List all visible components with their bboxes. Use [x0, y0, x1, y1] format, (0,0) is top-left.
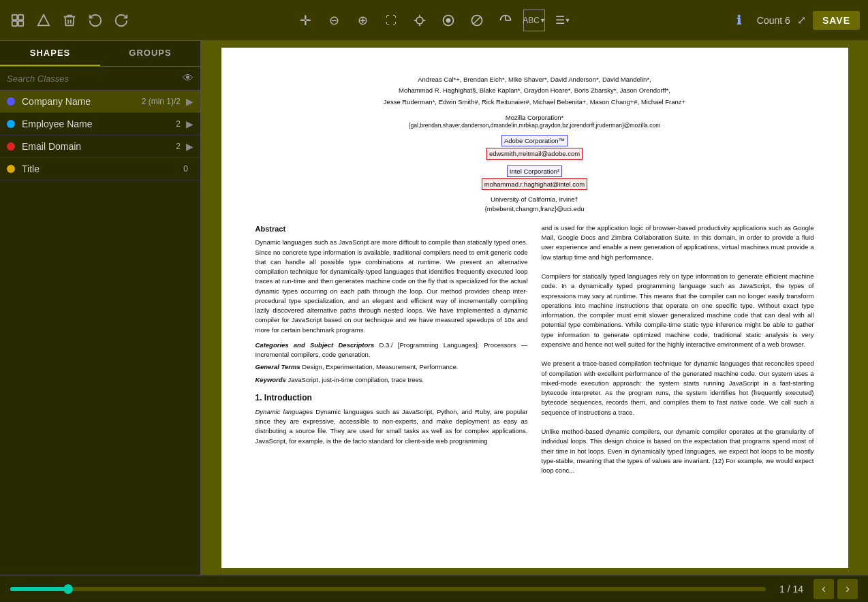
- right-col-text: and is used for the application logic of…: [542, 223, 814, 476]
- tab-shapes[interactable]: SHAPES: [0, 41, 100, 66]
- employee-name-count: 2: [176, 119, 181, 129]
- general-terms-label: General Terms: [255, 363, 300, 370]
- categories-line: Categories and Subject Descriptors D.3./…: [255, 340, 528, 360]
- undo-tool-icon[interactable]: [86, 11, 105, 30]
- prev-page-button[interactable]: ‹: [813, 579, 834, 599]
- intro-heading: 1. Introduction: [255, 392, 528, 404]
- company-name-annotation-adobe: Adobe Corporation™: [501, 135, 568, 146]
- intro-italic-start: Dynamic languages: [255, 408, 313, 415]
- select-tool-icon[interactable]: [8, 11, 27, 30]
- right-col: and is used for the application logic of…: [542, 223, 814, 476]
- authors-line3: Jesse Ruderman*, Edwin Smith#, Rick Reit…: [255, 97, 814, 106]
- delete-tool-icon[interactable]: [60, 11, 79, 30]
- svg-marker-4: [38, 14, 50, 25]
- svg-rect-1: [18, 14, 23, 19]
- tab-groups[interactable]: GROUPS: [100, 41, 200, 66]
- keywords-value: JavaScript, just-in-time compilation, tr…: [288, 376, 424, 383]
- employee-name-dot: [7, 120, 15, 128]
- company-name-arrow[interactable]: ▶: [186, 96, 193, 107]
- zoom-in-tool[interactable]: ⊕: [352, 10, 373, 31]
- authors-block: Andreas Cal*+, Brendan Eich*, Mike Shave…: [255, 75, 814, 106]
- keywords-label: Keywords: [255, 376, 286, 383]
- menu-tool[interactable]: ☰▼: [552, 10, 574, 31]
- svg-line-13: [474, 17, 480, 24]
- general-terms-value: Design, Experimentation, Measurement, Pe…: [302, 363, 458, 370]
- affil-mozilla: Mozilla Corporation* {gal,brendan,shaver…: [255, 113, 814, 130]
- svg-point-11: [447, 18, 450, 22]
- title-count: 0: [183, 164, 188, 174]
- affil-uci-email: {mbebenit,changm,franz}@uci.edu: [255, 204, 814, 213]
- shape-tool-icon[interactable]: [34, 11, 53, 30]
- toolbar-right: ℹ Count 6 ⤢ SAVE: [728, 10, 860, 31]
- adobe-company-name: Adobe Corporation™: [504, 137, 565, 144]
- title-dot: [7, 165, 15, 173]
- svg-rect-0: [12, 14, 17, 19]
- document-viewer[interactable]: Andreas Cal*+, Brendan Eich*, Mike Shave…: [201, 41, 868, 575]
- company-name-count: 2 (min 1)/2: [142, 97, 181, 106]
- count-badge: Count 6: [757, 15, 790, 26]
- class-item-email-domain[interactable]: Email Domain 2 ▶: [0, 136, 200, 158]
- authors-line2: Mohammad R. Haghighat§, Blake Kaplan*, G…: [255, 86, 814, 95]
- abstract-text: Dynamic languages such as JavaScript are…: [255, 238, 528, 335]
- class-item-company-name[interactable]: Company Name 2 (min 1)/2 ▶: [0, 91, 200, 113]
- expand-icon[interactable]: ⤢: [797, 14, 806, 27]
- search-classes-input[interactable]: [7, 74, 183, 84]
- intro-text: Dynamic languages Dynamic languages such…: [255, 407, 528, 446]
- email-domain-arrow[interactable]: ▶: [186, 141, 193, 152]
- fit-page-tool[interactable]: ⛶: [380, 10, 402, 31]
- company-name-dot: [7, 97, 15, 106]
- move-tool[interactable]: ✛: [294, 10, 316, 31]
- email-domain-annotation-intel: mohammad.r.haghighat@intel.com: [482, 178, 587, 190]
- class-item-employee-name[interactable]: Employee Name 2 ▶: [0, 113, 200, 136]
- employee-name-label: Employee Name: [22, 118, 176, 129]
- general-terms-line: General Terms Design, Experimentation, M…: [255, 362, 528, 372]
- svg-rect-2: [12, 20, 17, 25]
- toolbar-center-tools: ✛ ⊖ ⊕ ⛶: [294, 10, 574, 31]
- slash-tool[interactable]: [466, 10, 488, 31]
- employee-name-arrow[interactable]: ▶: [186, 118, 193, 129]
- count-label: Count 6: [757, 15, 790, 26]
- document-paper[interactable]: Andreas Cal*+, Brendan Eich*, Mike Shave…: [221, 48, 848, 568]
- affil-uci-name: University of California, Irvine†: [255, 195, 814, 204]
- adobe-email: edwsmith,rreitmail@adobe.com: [489, 150, 580, 157]
- main-area: SHAPES GROUPS 👁 Company Name 2 (min 1)/2…: [0, 41, 868, 575]
- eye-icon[interactable]: 👁: [183, 72, 193, 84]
- redo-tool-icon[interactable]: [112, 11, 131, 30]
- sidebar-tabs: SHAPES GROUPS: [0, 41, 200, 67]
- sidebar: SHAPES GROUPS 👁 Company Name 2 (min 1)/2…: [0, 41, 201, 575]
- affil-intel: Intel Corporation² mohammad.r.haghighat@…: [255, 165, 814, 191]
- statusbar: 1 / 14 ‹ ›: [0, 575, 868, 602]
- info-icon[interactable]: ℹ: [728, 10, 750, 31]
- svg-rect-3: [18, 20, 23, 25]
- class-item-title[interactable]: Title 0: [0, 158, 200, 180]
- intel-company-name: Intel Corporation²: [510, 168, 559, 175]
- toolbar: ✛ ⊖ ⊕ ⛶: [0, 0, 868, 41]
- authors-line1: Andreas Cal*+, Brendan Eich*, Mike Shave…: [255, 75, 814, 84]
- crosshair-tool[interactable]: [409, 10, 431, 31]
- svg-point-5: [416, 17, 423, 24]
- company-name-label: Company Name: [22, 96, 142, 107]
- search-row: 👁: [0, 67, 200, 91]
- email-domain-label: Email Domain: [22, 141, 176, 152]
- affil-adobe: Adobe Corporation™ edwsmith,rreitmail@ad…: [255, 134, 814, 161]
- email-domain-count: 2: [176, 142, 181, 151]
- zoom-out-tool[interactable]: ⊖: [323, 10, 345, 31]
- progress-fill: [10, 587, 71, 591]
- categories-label: Categories and Subject Descriptors: [255, 341, 375, 349]
- affil-uci: University of California, Irvine† {mbebe…: [255, 195, 814, 213]
- progress-thumb[interactable]: [63, 584, 73, 594]
- affil-mozilla-name: Mozilla Corporation*: [255, 113, 814, 122]
- keywords-line: Keywords JavaScript, just-in-time compil…: [255, 375, 528, 385]
- email-domain-dot: [7, 142, 15, 150]
- text-tool[interactable]: ABC ▼: [523, 10, 545, 31]
- circle-tool[interactable]: [437, 10, 459, 31]
- title-label: Title: [22, 163, 183, 174]
- company-name-annotation-intel: Intel Corporation²: [507, 165, 562, 177]
- intel-email: mohammad.r.haghighat@intel.com: [484, 180, 585, 188]
- save-button[interactable]: SAVE: [813, 11, 860, 30]
- next-page-button[interactable]: ›: [837, 579, 858, 599]
- arc-tool[interactable]: [495, 10, 516, 31]
- left-col: Abstract Dynamic languages such as JavaS…: [255, 223, 528, 476]
- progress-track[interactable]: [10, 587, 766, 591]
- email-domain-annotation-adobe: edwsmith,rreitmail@adobe.com: [486, 148, 583, 159]
